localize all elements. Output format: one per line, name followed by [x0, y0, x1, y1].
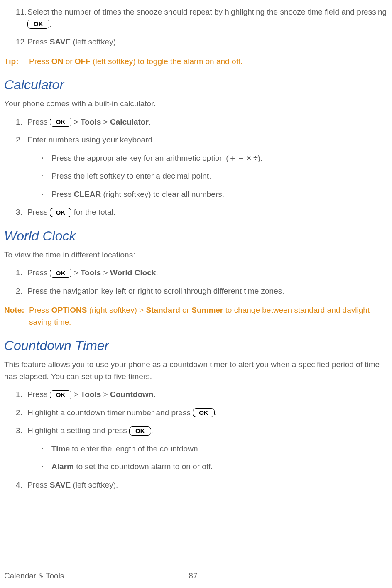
- clear-label: CLEAR: [74, 190, 101, 198]
- step-number: 1.: [16, 267, 22, 279]
- calculator-label: Calculator: [110, 118, 149, 126]
- ok-button-icon: OK: [193, 408, 215, 417]
- tip-callout: Tip: Press ON or OFF (left softkey) to t…: [4, 56, 388, 68]
- step-text: Press the appropriate key for an arithme…: [51, 154, 229, 162]
- step-number: 3.: [16, 206, 22, 218]
- world-step-2: 2. Press the navigation key left or righ…: [16, 285, 388, 297]
- calc-step-2: 2. Enter numbers using your keyboard. Pr…: [16, 134, 388, 200]
- summer-label: Summer: [191, 306, 223, 314]
- heading-calculator: Calculator: [4, 75, 388, 95]
- note-text: Press: [29, 306, 51, 314]
- page-content: 11. Select the number of times the snooz…: [4, 6, 388, 522]
- step-text: Press: [27, 390, 50, 399]
- step-number: 12.: [16, 36, 27, 48]
- step-text: >: [74, 118, 81, 126]
- step-number: 1.: [16, 116, 22, 128]
- step-text: for the total.: [74, 208, 115, 216]
- countdown-intro: This feature allows you to use your phon…: [4, 359, 388, 382]
- step-text: Press the left softkey to enter a decima…: [51, 172, 211, 180]
- step-text: Press the navigation key left or right t…: [27, 287, 284, 295]
- step-text: ).: [258, 154, 263, 162]
- calculator-steps: 1. Press OK > Tools > Calculator. 2. Ent…: [4, 116, 388, 218]
- step-text: .: [149, 118, 151, 126]
- step-text: to enter the length of the countdown.: [70, 444, 200, 453]
- step-text-end: (left softkey).: [71, 37, 118, 46]
- note-label: Note:: [4, 304, 29, 328]
- calc-sub-a: Press the appropriate key for an arithme…: [42, 152, 388, 164]
- tip-label: Tip:: [4, 56, 29, 68]
- tip-text: or: [63, 57, 74, 66]
- countdown-step-3: 3. Highlight a setting and press OK. Tim…: [16, 425, 388, 473]
- step-number: 3.: [16, 425, 22, 437]
- step-text: Press: [27, 268, 50, 277]
- step-text: >: [74, 268, 81, 277]
- options-label: OPTIONS: [51, 306, 87, 314]
- step-text: Press: [27, 208, 50, 216]
- step-text: Highlight a countdown timer number and p…: [27, 408, 193, 417]
- tip-text: (left softkey) to toggle the alarm on an…: [91, 57, 243, 66]
- world-clock-intro: To view the time in different locations:: [4, 249, 388, 261]
- calculator-intro: Your phone comes with a built-in calcula…: [4, 98, 388, 110]
- countdown-label: Countdown: [110, 390, 153, 399]
- step-text: Enter numbers using your keyboard.: [27, 135, 154, 144]
- world-clock-label: World Clock: [110, 268, 156, 277]
- ok-button-icon: OK: [129, 426, 151, 436]
- footer-section-title: Calendar & Tools: [4, 570, 64, 582]
- step-text: Press: [27, 37, 50, 46]
- step-text: .: [153, 390, 155, 399]
- save-label: SAVE: [50, 37, 71, 46]
- calc-sub-c: Press CLEAR (right softkey) to clear all…: [42, 189, 388, 201]
- step-text: .: [215, 408, 217, 417]
- calc-sub-b: Press the left softkey to enter a decima…: [42, 170, 388, 182]
- step-text: to set the countdown alarm to on or off.: [74, 462, 213, 471]
- step-number: 1.: [16, 389, 22, 401]
- step-number: 2.: [16, 285, 22, 297]
- ok-button-icon: OK: [50, 269, 72, 278]
- step-text: (right softkey) to clear all numbers.: [101, 190, 224, 198]
- heading-world-clock: World Clock: [4, 226, 388, 246]
- step-text: >: [74, 390, 81, 399]
- step-11: 11. Select the number of times the snooz…: [16, 6, 388, 30]
- top-steps-list: 11. Select the number of times the snooz…: [4, 6, 388, 48]
- note-body: Press OPTIONS (right softkey) > Standard…: [29, 304, 388, 328]
- note-text: or: [180, 306, 191, 314]
- step-text: (left softkey).: [71, 480, 118, 489]
- tools-label: Tools: [81, 268, 101, 277]
- world-clock-steps: 1. Press OK > Tools > World Clock. 2. Pr…: [4, 267, 388, 297]
- alarm-label: Alarm: [51, 462, 74, 471]
- ok-button-icon: OK: [50, 208, 72, 217]
- countdown-step-4: 4. Press SAVE (left softkey).: [16, 479, 388, 491]
- step-text: >: [101, 118, 110, 126]
- step-number: 2.: [16, 407, 22, 419]
- step-text: Press: [27, 480, 50, 489]
- step-text: >: [101, 390, 110, 399]
- step-number: 4.: [16, 479, 22, 491]
- step-number: 2.: [16, 134, 22, 146]
- step-text: Select the number of times the snooze sh…: [27, 7, 387, 16]
- step-number: 11.: [16, 6, 27, 18]
- tip-off: OFF: [75, 57, 91, 66]
- calc-step-1: 1. Press OK > Tools > Calculator.: [16, 116, 388, 128]
- tip-text: Press: [29, 57, 51, 66]
- time-label: Time: [51, 444, 70, 453]
- step-text-end: .: [49, 20, 51, 28]
- tip-body: Press ON or OFF (left softkey) to toggle…: [29, 56, 388, 68]
- step-12: 12. Press SAVE (left softkey).: [16, 36, 388, 48]
- calc-sublist: Press the appropriate key for an arithme…: [27, 152, 388, 201]
- heading-countdown-timer: Countdown Timer: [4, 336, 388, 355]
- step-text: Press: [27, 118, 50, 126]
- countdown-sub-time: Time to enter the length of the countdow…: [42, 443, 388, 455]
- countdown-step-2: 2. Highlight a countdown timer number an…: [16, 407, 388, 419]
- arithmetic-ops: ＋－ × ÷: [229, 154, 258, 162]
- standard-label: Standard: [146, 306, 180, 314]
- note-callout: Note: Press OPTIONS (right softkey) > St…: [4, 304, 388, 328]
- countdown-sublist: Time to enter the length of the countdow…: [27, 443, 388, 473]
- save-label: SAVE: [50, 480, 71, 489]
- countdown-sub-alarm: Alarm to set the countdown alarm to on o…: [42, 461, 388, 473]
- step-text: Highlight a setting and press: [27, 426, 129, 435]
- note-text: (right softkey) >: [87, 306, 146, 314]
- world-step-1: 1. Press OK > Tools > World Clock.: [16, 267, 388, 279]
- ok-button-icon: OK: [50, 118, 72, 127]
- ok-button-icon: OK: [27, 20, 49, 29]
- step-text: .: [151, 426, 153, 435]
